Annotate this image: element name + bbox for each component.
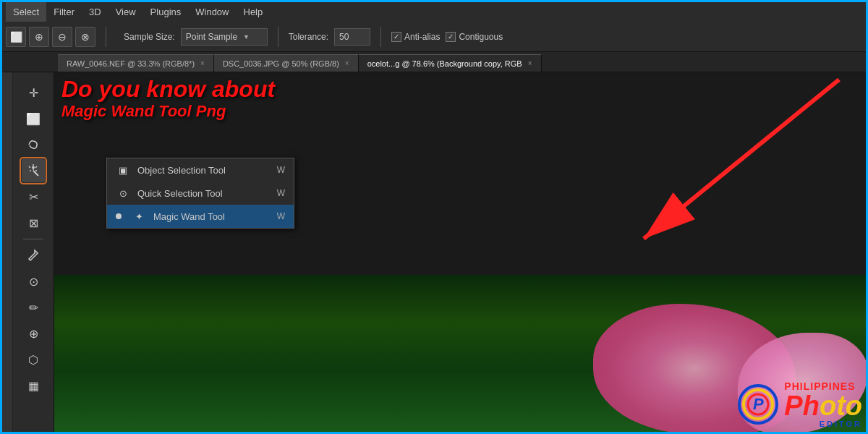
move-tool-btn[interactable]: ✛ [22, 81, 45, 104]
gradient-btn[interactable]: ▦ [22, 374, 45, 397]
anti-alias-label: Anti-alias [404, 32, 440, 42]
watermark-photo-text: Ph oto [784, 392, 862, 420]
tab-raw[interactable]: RAW_0046.NEF @ 33.3% (RGB/8*) × [58, 54, 214, 72]
watermark-text-group: PHILIPPINES Ph oto EDITOR [784, 380, 862, 428]
menu-view[interactable]: View [109, 1, 143, 22]
eyedropper-icon [27, 249, 39, 262]
crop-tool-btn[interactable]: ✂ [22, 185, 45, 208]
svg-line-3 [35, 166, 37, 168]
tab-bar: RAW_0046.NEF @ 33.3% (RGB/8*) × DSC_0036… [0, 52, 868, 72]
svg-line-4 [29, 166, 30, 168]
menu-window[interactable]: Window [188, 1, 236, 22]
intersect-selection-btn[interactable]: ⊗ [75, 27, 95, 47]
stamp-btn[interactable]: ⊕ [22, 322, 45, 345]
new-selection-btn[interactable]: ⬜ [6, 27, 26, 47]
contiguous-checkbox[interactable] [446, 32, 456, 42]
tab-ocelot[interactable]: ocelot...g @ 78.6% (Background copy, RGB… [359, 54, 542, 72]
flyout-object-selection[interactable]: ▣ Object Selection Tool W [107, 158, 294, 182]
watermark-oto: oto [820, 392, 862, 420]
flyout-quick-selection-key: W [277, 188, 285, 198]
watermark-ph: Ph [784, 392, 820, 420]
overlay-title: Do you know about [61, 77, 275, 102]
flyout-active-dot [116, 213, 122, 219]
border-top [0, 0, 868, 2]
menu-help[interactable]: Help [237, 1, 271, 22]
eraser-btn[interactable]: ⬡ [22, 348, 45, 371]
border-left [0, 0, 2, 434]
menu-select[interactable]: Select [6, 1, 46, 22]
watermark-logo-svg: P [738, 384, 778, 425]
marquee-tool-btn[interactable]: ⬜ [22, 107, 45, 130]
watermark: P PHILIPPINES Ph oto EDITOR [738, 380, 862, 428]
tab-ocelot-close[interactable]: × [528, 59, 532, 67]
menu-filter[interactable]: Filter [46, 1, 82, 22]
subtract-selection-btn[interactable]: ⊖ [52, 27, 72, 47]
eyedropper-btn[interactable] [22, 244, 45, 267]
options-bar: ⬜ ⊕ ⊖ ⊗ Sample Size: Point Sample Tolera… [0, 22, 868, 52]
flyout-quick-selection-label: Quick Selection Tool [137, 188, 270, 199]
tab-raw-label: RAW_0046.NEF @ 33.3% (RGB/8*) [67, 59, 195, 68]
tolerance-label: Tolerance: [289, 32, 328, 42]
divider-1 [106, 27, 106, 47]
svg-marker-1 [32, 166, 35, 171]
contiguous-label: Contiguous [459, 32, 503, 42]
tab-dsc[interactable]: DSC_0036.JPG @ 50% (RGB/8) × [214, 54, 359, 72]
flyout-object-selection-key: W [277, 165, 285, 175]
flyout-magic-wand-label: Magic Wand Tool [153, 211, 270, 222]
menu-bar: Select Filter 3D View Plugins Window Hel… [0, 0, 868, 22]
overlay-heading: Do you know about Magic Wand Tool Png [54, 72, 282, 125]
flyout-magic-wand-key: W [277, 211, 285, 221]
magic-wand-flyout-icon: ✦ [132, 209, 146, 224]
add-selection-btn[interactable]: ⊕ [29, 27, 49, 47]
contiguous-group: Contiguous [446, 32, 503, 42]
object-selection-icon: ▣ [116, 163, 130, 177]
overlay-subtitle: Magic Wand Tool Png [61, 102, 275, 121]
watermark-logo: P [738, 384, 778, 425]
separator-1 [23, 239, 43, 239]
flyout-quick-selection[interactable]: ⊙ Quick Selection Tool W [107, 182, 294, 205]
flyout-object-selection-label: Object Selection Tool [137, 165, 270, 176]
anti-alias-group: Anti-alias [391, 32, 440, 42]
menu-plugins[interactable]: Plugins [143, 1, 189, 22]
sample-size-label: Sample Size: [124, 32, 175, 42]
tool-flyout: ▣ Object Selection Tool W ⊙ Quick Select… [106, 158, 294, 229]
left-toolbar: ✛ ⬜ ✂ ⊠ ⊙ [0, 72, 54, 434]
tab-ocelot-label: ocelot...g @ 78.6% (Background copy, RGB [367, 59, 522, 68]
anti-alias-checkbox[interactable] [391, 32, 401, 42]
tab-dsc-close[interactable]: × [345, 59, 349, 67]
lasso-icon [27, 138, 40, 151]
tab-dsc-label: DSC_0036.JPG @ 50% (RGB/8) [223, 59, 339, 68]
magic-wand-icon [27, 164, 40, 177]
divider-3 [380, 27, 381, 47]
tool-icon-group: ⬜ ⊕ ⊖ ⊗ [6, 27, 95, 47]
watermark-editor-text: EDITOR [784, 420, 862, 428]
main-area: ✛ ⬜ ✂ ⊠ ⊙ [0, 72, 868, 434]
menu-3d[interactable]: 3D [82, 1, 109, 22]
brush-btn[interactable]: ✏ [22, 296, 45, 319]
quick-selection-icon: ⊙ [116, 186, 130, 200]
divider-2 [278, 27, 278, 47]
lasso-tool-btn[interactable] [22, 133, 45, 156]
svg-line-0 [33, 171, 38, 176]
tolerance-input[interactable] [334, 28, 370, 46]
magic-wand-tool-btn[interactable] [22, 159, 45, 182]
sample-size-dropdown[interactable]: Point Sample [181, 28, 268, 46]
tab-raw-close[interactable]: × [200, 59, 205, 67]
svg-text:P: P [753, 395, 764, 413]
flyout-magic-wand[interactable]: ✦ Magic Wand Tool W [107, 205, 294, 228]
canvas-area: Do you know about Magic Wand Tool Png ▣ … [54, 72, 868, 434]
healing-brush-btn[interactable]: ⊙ [22, 270, 45, 293]
target-tool-btn[interactable]: ⊠ [22, 211, 45, 234]
